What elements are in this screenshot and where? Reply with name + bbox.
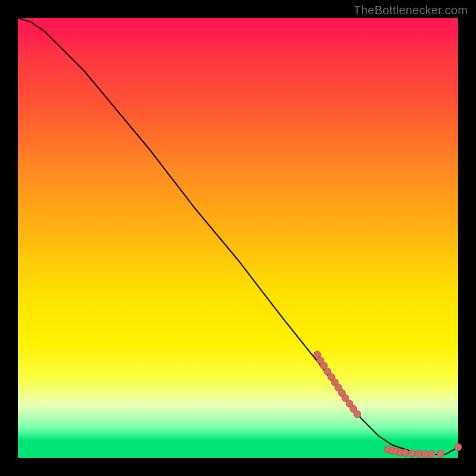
data-marker	[428, 450, 436, 458]
data-marker	[437, 450, 444, 458]
chart-svg	[18, 18, 458, 458]
data-marker	[422, 450, 429, 458]
data-marker	[354, 411, 361, 418]
data-marker	[455, 444, 462, 451]
data-marker	[402, 449, 409, 456]
data-marker	[408, 450, 415, 457]
data-marker	[415, 450, 422, 458]
curve-path	[18, 18, 458, 455]
chart-container: TheBottlenecker.com	[0, 0, 476, 476]
watermark-text: TheBottlenecker.com	[353, 4, 468, 17]
